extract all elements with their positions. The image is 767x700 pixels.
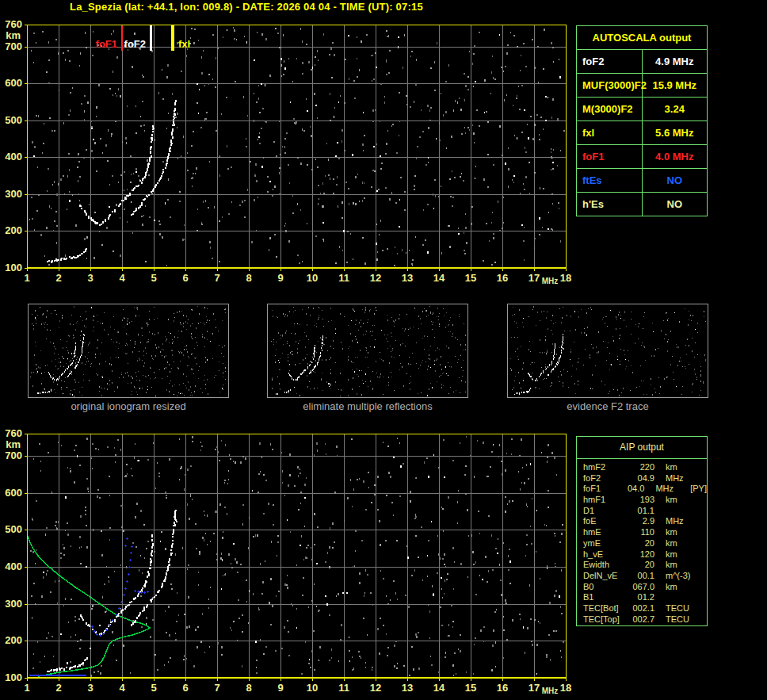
y-tick-label: 700 (5, 449, 22, 461)
aip-table-rows: hmF2220kmfoF204.9MHzfoF104.0MHz[PY]hmF11… (577, 459, 707, 625)
autoscala-row-MUF3000F2: MUF(3000)F215.9 MHz (577, 74, 708, 98)
x-tick-label: 1 (24, 682, 29, 694)
aip-row-value: 20 (628, 560, 654, 571)
x-tick-label: 13 (402, 682, 413, 694)
aip-row-label: B1 (583, 592, 628, 603)
aip-row-foE: foE2.9MHz (583, 516, 707, 527)
aip-row-extra (700, 603, 705, 614)
aip-row-unit (654, 592, 700, 603)
y-tick-label: 300 (5, 598, 22, 610)
autoscala-row-value: NO (642, 193, 708, 216)
aip-row-unit: km (654, 462, 700, 473)
y-tick-label: 100 (5, 671, 22, 683)
noise-layer (29, 27, 564, 266)
aip-row-hmF1: hmF1193km (583, 495, 707, 506)
aip-row-value: 20 (628, 538, 654, 549)
x-tick-label: 9 (277, 272, 283, 284)
aip-row-unit: MHz (654, 516, 700, 527)
thumbnail-caption-original: original ionogram resized (28, 400, 229, 412)
trace-f-extraordinary (131, 510, 177, 626)
aip-row-value: 220 (628, 462, 654, 473)
x-tick-label: 10 (307, 682, 318, 694)
x-tick-label: 10 (307, 272, 318, 284)
aip-row-unit: TECU (654, 614, 700, 625)
x-tick-label: 4 (119, 682, 125, 694)
aip-row-value: 193 (628, 495, 654, 506)
frequency-marker-fxl: fxl (171, 25, 190, 51)
aip-row-label: hmF2 (583, 462, 628, 473)
aip-row-value: 002.7 (628, 614, 654, 625)
aip-row-unit: TECU (654, 603, 700, 614)
aip-row-value: 2.9 (628, 516, 654, 527)
aip-row-extra (700, 560, 705, 571)
frequency-marker-label: foF2 (124, 38, 146, 50)
y-tick-label: 700 (5, 40, 22, 52)
x-tick-label: 16 (497, 272, 508, 284)
y-tick-label: 300 (5, 188, 22, 200)
x-tick-label: 5 (151, 682, 156, 694)
x-tick-label: 8 (246, 272, 251, 284)
autoscala-output-table: AUTOSCALA output foF24.9 MHzMUF(3000)F21… (576, 25, 708, 216)
aip-row-value: 01.1 (628, 506, 654, 517)
frequency-marker-label: foF1 (96, 38, 117, 50)
x-tick-label: 1 (24, 272, 29, 284)
aip-row-hvE: h_vE120km (583, 549, 707, 560)
y-axis-unit-label: km (6, 438, 21, 450)
aip-row-label: hmF1 (583, 495, 628, 506)
trace-f-ordinary (79, 125, 155, 226)
autoscala-row-label: fxl (577, 121, 643, 145)
x-tick-label: 12 (370, 682, 381, 694)
aip-row-unit: MHz (644, 484, 685, 495)
aip-row-extra (700, 506, 705, 517)
aip-row-extra (700, 473, 705, 484)
y-tick-label: 760 (5, 18, 22, 30)
aip-row-unit: km (654, 527, 700, 538)
aip-row-unit: m^(-3) (654, 571, 700, 582)
x-tick-label: 5 (151, 272, 156, 284)
aip-row-unit: MHz (654, 473, 700, 484)
aip-row-extra (700, 516, 705, 527)
aip-row-extra (700, 549, 705, 560)
y-tick-label: 500 (5, 523, 22, 535)
autoscala-row-label: foF1 (577, 145, 643, 169)
aip-row-Ewidth: Ewidth20km (583, 560, 707, 571)
scaled-trace-points (29, 537, 149, 676)
y-tick-label: 200 (5, 634, 22, 646)
ionogram-plot-main: 760700600500400300200100km12345678910111… (0, 0, 586, 301)
aip-row-extra (700, 592, 705, 603)
y-tick-label: 200 (5, 224, 22, 236)
aip-row-value: 002.1 (628, 603, 654, 614)
x-tick-label: 9 (277, 682, 283, 694)
x-tick-label: 14 (433, 682, 445, 694)
trace-e-layer (47, 657, 88, 671)
plot-border (25, 25, 567, 272)
aip-row-label: ymE (583, 538, 628, 549)
autoscala-row-label: foF2 (577, 50, 643, 74)
y-tick-label: 500 (5, 114, 22, 126)
x-tick-label: 12 (370, 272, 381, 284)
aip-row-TECTop: TEC[Top]002.7TECU (583, 614, 707, 625)
y-tick-label: 400 (5, 560, 22, 572)
x-tick-label: 7 (214, 272, 219, 284)
aip-row-label: D1 (583, 506, 628, 517)
thumbnail-caption-eliminate: eliminate multiple reflections (267, 400, 468, 412)
x-tick-label: 18 (560, 682, 571, 694)
aip-row-foF1: foF104.0MHz[PY] (583, 484, 707, 495)
aip-row-B1: B101.2 (583, 592, 707, 603)
x-tick-label: 6 (182, 272, 188, 284)
autoscala-row-fxl: fxl5.6 MHz (577, 121, 708, 145)
autoscala-row-foF1: foF14.0 MHz (577, 145, 708, 169)
autoscala-row-hEs: h'EsNO (577, 193, 708, 216)
aip-row-TECBot: TEC[Bot]002.1TECU (583, 603, 707, 614)
y-axis-unit-label: km (6, 29, 21, 41)
x-tick-label: 4 (119, 272, 125, 284)
y-tick-label: 760 (5, 428, 22, 439)
x-axis-unit-label: MHz (542, 277, 559, 285)
autoscala-row-foF2: foF24.9 MHz (577, 50, 708, 74)
y-tick-label: 100 (5, 262, 22, 273)
electron-density-profile-curve (28, 536, 150, 676)
autoscala-table-title: AUTOSCALA output (577, 26, 708, 50)
aip-row-label: foF1 (583, 484, 621, 495)
autoscala-row-value: 4.9 MHz (642, 50, 708, 74)
x-tick-label: 8 (246, 682, 251, 694)
